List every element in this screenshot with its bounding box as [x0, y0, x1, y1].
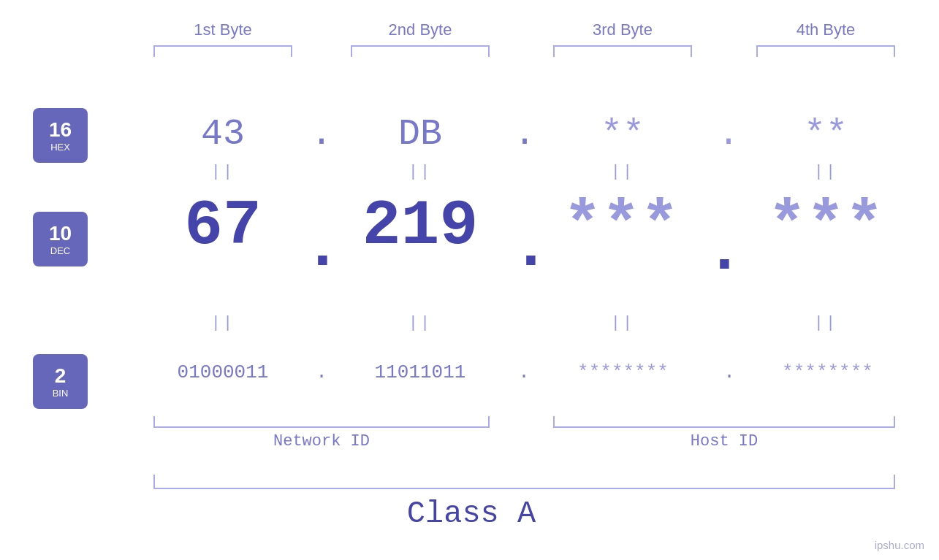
hex-val-2: DB — [351, 113, 490, 155]
dec-badge-num: 10 — [49, 222, 72, 245]
dec-val-4: *** — [742, 190, 910, 262]
bin-badge: 2 BIN — [33, 354, 88, 409]
dec-dot-3: . — [705, 215, 742, 288]
host-id-label: Host ID — [553, 432, 895, 450]
bin-badge-label: BIN — [53, 388, 69, 399]
dec-badge-label: DEC — [50, 245, 70, 256]
hex-badge: 16 HEX — [33, 108, 88, 163]
bin-badge-num: 2 — [55, 364, 66, 388]
network-bottom-bracket — [153, 416, 490, 428]
dec-val-2: 219 — [336, 190, 504, 262]
byte-header-2: 2nd Byte — [351, 20, 490, 39]
bin-val-3: ******** — [544, 361, 702, 383]
eq-1-hd: || — [153, 163, 292, 181]
dec-val-3: *** — [541, 190, 702, 262]
eq-2-db: || — [351, 314, 490, 332]
hex-dot-3: . — [710, 113, 747, 155]
eq-3-db: || — [553, 314, 692, 332]
eq-3-hd: || — [553, 163, 692, 181]
bin-val-1: 01000011 — [146, 361, 300, 383]
eq-4-hd: || — [756, 163, 895, 181]
top-bracket-4 — [756, 45, 895, 57]
eq-1-db: || — [153, 314, 292, 332]
bin-val-2: 11011011 — [343, 361, 497, 383]
top-bracket-3 — [553, 45, 692, 57]
bin-val-4: ******** — [749, 361, 906, 383]
byte-header-3: 3rd Byte — [553, 20, 692, 39]
hex-val-3: ** — [553, 113, 692, 155]
dec-val-1: 67 — [139, 190, 307, 262]
class-bottom-bracket — [153, 475, 895, 489]
hex-badge-num: 16 — [49, 118, 72, 142]
top-bracket-1 — [153, 45, 292, 57]
byte-header-4: 4th Byte — [756, 20, 895, 39]
bin-dot-3: . — [715, 361, 744, 383]
network-id-label: Network ID — [153, 432, 490, 450]
hex-val-1: 43 — [153, 113, 292, 155]
hex-badge-label: HEX — [50, 142, 70, 153]
hex-dot-1: . — [303, 113, 340, 155]
eq-4-db: || — [756, 314, 895, 332]
watermark: ipshu.com — [875, 539, 924, 551]
dec-dot-1: . — [303, 212, 340, 284]
page: 1st Byte 2nd Byte 3rd Byte 4th Byte 16 H… — [0, 0, 939, 560]
bin-dot-1: . — [307, 361, 336, 383]
eq-2-hd: || — [351, 163, 490, 181]
host-bottom-bracket — [553, 416, 895, 428]
top-bracket-2 — [351, 45, 490, 57]
class-label: Class A — [292, 496, 650, 532]
bin-dot-2: . — [509, 361, 539, 383]
dec-badge: 10 DEC — [33, 212, 88, 266]
hex-val-4: ** — [756, 113, 895, 155]
byte-header-1: 1st Byte — [153, 20, 292, 39]
hex-dot-2: . — [506, 113, 543, 155]
